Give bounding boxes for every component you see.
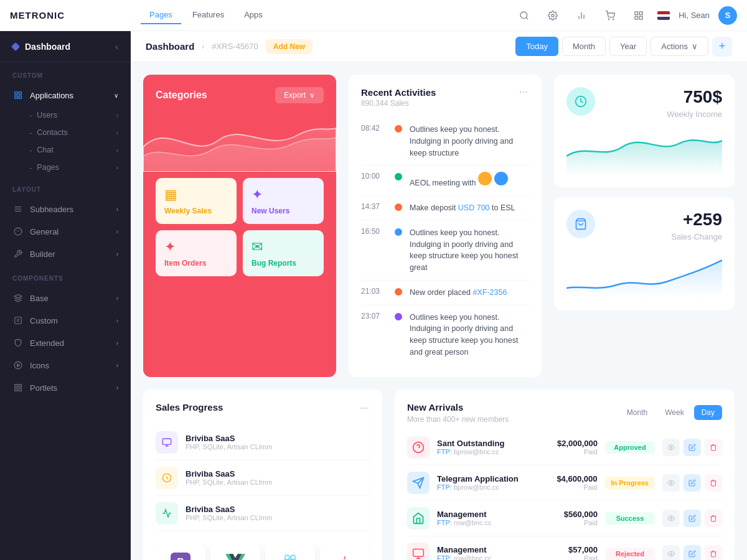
sidebar-item-general[interactable]: General › xyxy=(0,220,131,243)
user-avatar[interactable]: S xyxy=(718,6,737,25)
progress-menu[interactable]: ⋯ xyxy=(360,403,370,413)
delete-button-2[interactable] xyxy=(705,474,722,492)
categories-card: Categories Export ∨ xyxy=(143,75,336,377)
bootstrap-logo[interactable]: B xyxy=(156,544,205,561)
svg-rect-11 xyxy=(15,92,17,95)
management2-name: Management xyxy=(437,545,528,554)
dashboard-icon xyxy=(11,42,20,50)
svg-rect-13 xyxy=(19,96,21,98)
sidebar-item-portlets[interactable]: Portlets › xyxy=(0,376,131,399)
cards-row-2: Sales Progress ⋯ Briviba SaaS PHP, SQLit… xyxy=(143,390,735,561)
tab-day[interactable]: Day xyxy=(694,405,722,420)
vue-logo[interactable] xyxy=(210,544,260,561)
edit-button-2[interactable] xyxy=(684,474,701,492)
year-button[interactable]: Year xyxy=(609,37,647,56)
sidebar-collapse-button[interactable]: ‹ xyxy=(115,42,118,52)
item-orders-card[interactable]: ✦ Item Orders xyxy=(156,230,237,276)
export-button[interactable]: Export ∨ xyxy=(275,87,324,103)
view-button-1[interactable] xyxy=(662,439,680,456)
sidebar-item-subheaders[interactable]: Subheaders › xyxy=(0,198,131,220)
progress-icon-1 xyxy=(156,431,178,454)
eye-icon-4 xyxy=(667,550,675,558)
arrival-amount-3: $560,000 Paid xyxy=(535,510,598,526)
edit-button-1[interactable] xyxy=(684,439,701,456)
sidebar-item-contacts[interactable]: - Contacts › xyxy=(0,124,131,141)
svg-rect-25 xyxy=(15,385,17,387)
view-button-2[interactable] xyxy=(662,474,680,492)
activities-menu[interactable]: ⋯ xyxy=(519,87,529,97)
bug-reports-card[interactable]: ✉ Bug Reports xyxy=(243,230,324,276)
sidebar-item-users[interactable]: - Users › xyxy=(0,106,131,124)
recent-activities-card: Recent Activities 890,344 Sales ⋯ 08:42 … xyxy=(349,75,542,377)
new-users-card[interactable]: ✦ New Users xyxy=(243,178,324,224)
edit-button-3[interactable] xyxy=(684,510,701,527)
chevron-right-icon8: › xyxy=(116,385,118,391)
portlets-icon xyxy=(12,382,24,393)
management-ftp: FTP: row@bnc.cc xyxy=(437,519,528,526)
edit-button-4[interactable] xyxy=(684,545,701,561)
tab-week[interactable]: Week xyxy=(657,405,691,420)
time-0842: 08:42 xyxy=(361,124,387,133)
svg-rect-8 xyxy=(639,12,642,15)
sidebar-item-pages[interactable]: - Pages › xyxy=(0,159,131,176)
react-logo[interactable] xyxy=(265,544,315,561)
timeline-item-6: 23:07 Outlines keep you honest. Indulgin… xyxy=(361,306,529,365)
progress-tech-2: PHP, SQLite, Artisan CLImm xyxy=(186,478,370,486)
arrivals-tabs: Month Week Day xyxy=(619,405,722,420)
management-name: Management xyxy=(437,510,528,519)
today-button[interactable]: Today xyxy=(515,37,558,56)
nav-link-apps[interactable]: Apps xyxy=(235,6,271,24)
sidebar-item-extended[interactable]: Extended › xyxy=(0,332,131,354)
arrival-info-2: Telegram Application FTP: bprow@bnc.cc xyxy=(437,474,527,491)
tab-month[interactable]: Month xyxy=(619,405,655,420)
ftp-label: FTP: xyxy=(437,448,452,455)
settings-icon[interactable] xyxy=(543,6,563,26)
progress-name-3: Briviba SaaS xyxy=(186,505,370,514)
nav-link-features[interactable]: Features xyxy=(184,6,233,24)
sidebar-item-icons[interactable]: Icons › xyxy=(0,354,131,376)
angular-logo[interactable] xyxy=(320,544,370,561)
sidebar-item-chat[interactable]: - Chat › xyxy=(0,141,131,159)
sidebar-item-builder[interactable]: Builder › xyxy=(0,243,131,265)
sidebar-item-base[interactable]: Base › xyxy=(0,287,131,309)
income-chart xyxy=(566,125,722,175)
sales-icon xyxy=(566,210,595,238)
svg-point-0 xyxy=(520,12,527,19)
management-actions xyxy=(662,510,722,527)
add-new-button[interactable]: Add New xyxy=(266,39,312,54)
telegram-paid: Paid xyxy=(535,483,597,491)
sant-status: Approved xyxy=(605,441,655,454)
delete-button-3[interactable] xyxy=(705,510,722,527)
activity-text-4: Outlines keep you honest. Indulging in p… xyxy=(410,227,529,274)
svg-rect-26 xyxy=(19,385,21,387)
arrivals-list: Sant Outstanding FTP: bprow@bnc.cc $2,00… xyxy=(407,430,722,561)
chevron-right-icon5: › xyxy=(116,317,118,324)
view-button-3[interactable] xyxy=(662,510,680,527)
delete-button-1[interactable] xyxy=(705,439,722,456)
svg-marker-21 xyxy=(14,294,22,298)
grid-icon[interactable] xyxy=(629,6,649,26)
item-orders-label: Item Orders xyxy=(164,259,228,268)
actions-button[interactable]: Actions ∨ xyxy=(651,37,708,56)
management-icon xyxy=(412,512,425,525)
svg-rect-10 xyxy=(635,16,638,19)
activity-text-3: Make deposit USD 700 to ESL xyxy=(410,202,529,214)
progress-info-2: Briviba SaaS PHP, SQLite, Artisan CLImm xyxy=(186,469,370,486)
telegram-logo xyxy=(407,472,430,494)
chart-icon[interactable] xyxy=(571,6,591,26)
weekly-income-value: 750$ xyxy=(667,87,722,107)
svg-point-55 xyxy=(670,553,672,554)
add-button[interactable]: + xyxy=(712,37,732,57)
sidebar-item-custom-comp[interactable]: Custom › xyxy=(0,309,131,332)
nav-link-pages[interactable]: Pages xyxy=(141,6,181,24)
month-button[interactable]: Month xyxy=(562,37,606,56)
flag-icon[interactable] xyxy=(657,11,670,20)
search-icon[interactable] xyxy=(514,6,534,26)
view-button-4[interactable] xyxy=(662,545,680,561)
sidebar-item-applications[interactable]: Applications ∨ xyxy=(0,84,131,106)
delete-button-4[interactable] xyxy=(705,545,722,561)
sidebar-section-custom: CUSTOM xyxy=(0,62,131,84)
applications-icon xyxy=(12,90,24,101)
weekly-sales-card[interactable]: ▦ Weekly Sales xyxy=(156,178,237,224)
cart-icon[interactable] xyxy=(600,6,620,26)
